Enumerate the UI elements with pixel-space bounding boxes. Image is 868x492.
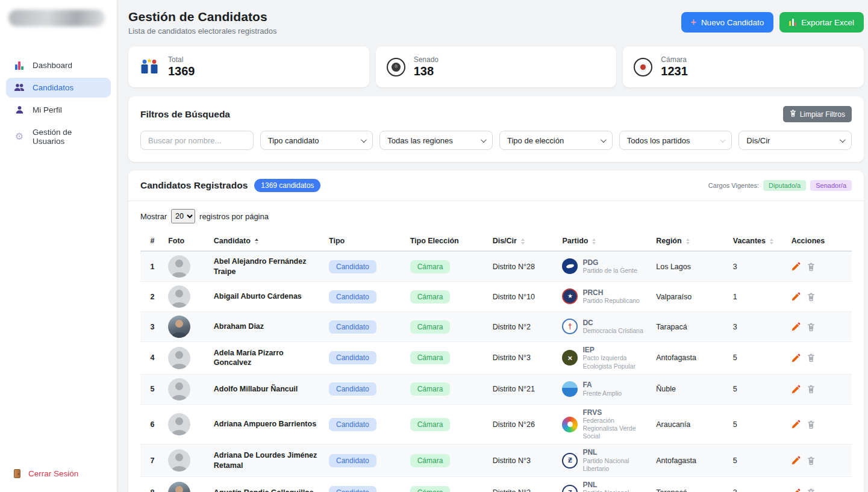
pagesize-suffix: registros por página: [199, 212, 269, 221]
party-abbr: FA: [582, 381, 622, 389]
table-row[interactable]: 4 Adela María Pizarro Goncalvez Candidat…: [140, 342, 852, 375]
column-header[interactable]: #: [140, 231, 164, 251]
filter-select[interactable]: Dis/Cir: [738, 131, 852, 150]
trash-icon: [807, 353, 815, 362]
tipo-eleccion-badge: Cámara: [410, 260, 451, 273]
edit-button[interactable]: [792, 353, 801, 363]
sort-icon[interactable]: [521, 238, 525, 244]
new-candidate-button[interactable]: + Nuevo Candidato: [681, 12, 774, 33]
filter-select[interactable]: Todas las regiones: [379, 131, 493, 150]
table-row[interactable]: 1 Abel Alejandro Fernández Traipe Candid…: [140, 251, 852, 282]
stat-label: Senado: [414, 55, 439, 64]
sidebar-item-label: Candidatos: [33, 83, 73, 92]
delete-button[interactable]: [807, 456, 815, 465]
avatar: [168, 347, 190, 369]
table-row[interactable]: 2 Abigail Aburto Cárdenas Candidato Cáma…: [140, 282, 852, 312]
chevron-down-icon: [601, 137, 607, 143]
row-number: 4: [140, 342, 164, 375]
sort-icon[interactable]: [592, 238, 596, 244]
candidate-name: Abraham Diaz: [214, 322, 322, 331]
pencil-icon: [792, 262, 801, 271]
tipo-badge: Candidato: [329, 454, 376, 467]
tipo-eleccion-badge: Cámara: [410, 454, 451, 467]
party-logo: [562, 381, 578, 397]
logout-button[interactable]: Cerrar Sesión: [0, 464, 117, 484]
party-logo: [562, 288, 578, 304]
delete-button[interactable]: [807, 263, 815, 271]
edit-button[interactable]: [792, 385, 801, 394]
edit-button[interactable]: [792, 420, 801, 429]
edit-button[interactable]: [792, 456, 801, 465]
delete-button[interactable]: [807, 293, 815, 301]
delete-button[interactable]: [807, 385, 815, 393]
table-row[interactable]: 5 Adolfo Millabur Ñancuil Candidato Cáma…: [140, 374, 852, 404]
delete-button[interactable]: [807, 420, 815, 429]
region-cell: Araucanía: [652, 404, 729, 444]
row-number: 6: [140, 404, 164, 444]
delete-button[interactable]: [807, 323, 815, 331]
export-excel-button[interactable]: Exportar Excel: [779, 12, 864, 33]
sort-icon[interactable]: [686, 238, 690, 244]
sidebar-item-label: Mi Perfil: [33, 105, 62, 114]
tipo-badge: Candidato: [329, 418, 376, 431]
vacantes-cell: 3: [729, 312, 788, 342]
column-header[interactable]: Vacantes: [729, 231, 788, 251]
table-row[interactable]: 6 Adriana Ampuero Barrientos Candidato C…: [140, 404, 852, 444]
table-row[interactable]: 7 Adriana De Lourdes Jiménez Retamal Can…: [140, 444, 852, 477]
party-name: Frente Amplio: [582, 390, 622, 397]
filter-select[interactable]: Todos los partidos: [619, 131, 732, 150]
filter-select[interactable]: Tipo de elección: [499, 131, 613, 150]
column-header[interactable]: Dis/Cir: [489, 231, 559, 251]
column-header[interactable]: Tipo: [325, 231, 407, 251]
delete-button[interactable]: [807, 353, 815, 362]
edit-button[interactable]: [792, 262, 801, 271]
bar-chart-icon: [14, 61, 25, 70]
trash-icon: [790, 110, 796, 119]
tipo-eleccion-badge: Cámara: [410, 290, 451, 304]
main-content: Gestión de Candidatos Lista de candidato…: [117, 0, 868, 492]
filter-select[interactable]: Tipo candidato: [260, 131, 373, 150]
avatar: [168, 449, 190, 472]
delete-button[interactable]: [807, 488, 815, 492]
table-row[interactable]: 8 Agustín Rendic Galleguillos Candidato …: [140, 477, 852, 492]
column-header[interactable]: Foto: [164, 231, 210, 251]
pencil-icon: [792, 292, 801, 301]
page-header: Gestión de Candidatos Lista de candidato…: [128, 10, 864, 36]
pagesize-select[interactable]: 20: [171, 209, 195, 223]
pagesize-prefix: Mostrar: [140, 212, 167, 221]
tipo-eleccion-badge: Cámara: [410, 418, 451, 431]
sidebar-item-label: Dashboard: [33, 61, 72, 70]
sort-icon[interactable]: [770, 238, 773, 244]
trash-icon: [807, 420, 815, 429]
edit-button[interactable]: [792, 322, 801, 331]
app-logo: [8, 10, 105, 26]
search-input[interactable]: [140, 131, 254, 150]
column-header[interactable]: Candidato: [210, 231, 325, 251]
tipo-badge: Candidato: [329, 320, 376, 334]
avatar: [168, 255, 190, 278]
party-abbr: PNL: [582, 481, 649, 489]
table-row[interactable]: 3 Abraham Diaz Candidato Cámara Distrito…: [140, 312, 852, 342]
door-icon: [14, 469, 20, 478]
column-header[interactable]: Partido: [558, 231, 652, 251]
stat-label: Total: [168, 55, 195, 64]
table-header-row: # Foto Candidato Tipo Tipo Elección Dis/…: [140, 231, 852, 251]
tipo-badge: Candidato: [329, 351, 376, 364]
sidebar-item-dashboard[interactable]: Dashboard: [6, 55, 111, 75]
sidebar-item-candidatos[interactable]: Candidatos: [6, 78, 111, 98]
distrito-cell: Distrito N°2: [489, 312, 559, 342]
sidebar: Dashboard Candidatos Mi Perfil ⚙ Gestión…: [0, 0, 117, 492]
sidebar-item-gestion-usuarios[interactable]: ⚙ Gestión de Usuarios: [6, 122, 111, 151]
edit-button[interactable]: [792, 292, 801, 301]
party-abbr: DC: [582, 319, 643, 327]
column-header[interactable]: Región: [652, 231, 729, 251]
camara-seal-icon: [634, 58, 652, 76]
bar-chart-icon: [789, 19, 796, 26]
edit-button[interactable]: [792, 488, 801, 492]
clear-filters-button[interactable]: Limpiar Filtros: [783, 106, 852, 122]
sort-icon[interactable]: [255, 238, 258, 244]
sidebar-item-mi-perfil[interactable]: Mi Perfil: [6, 100, 111, 120]
column-header[interactable]: Tipo Elección: [407, 231, 489, 251]
tipo-badge: Candidato: [329, 260, 376, 273]
column-header[interactable]: Acciones: [788, 231, 852, 251]
